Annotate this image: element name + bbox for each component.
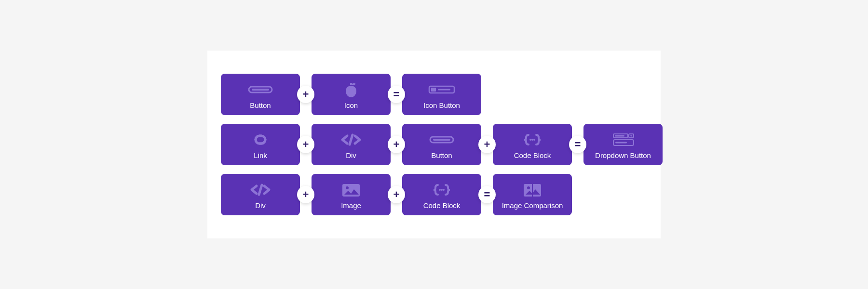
icon-icon	[334, 80, 368, 99]
card-button: Button	[221, 74, 300, 115]
button-icon	[425, 130, 459, 149]
card-dropdown-button: Dropdown Button	[583, 124, 663, 165]
card-label: Image	[341, 201, 361, 210]
image-icon	[334, 180, 368, 199]
card-code-block: Code Block	[493, 124, 572, 165]
card-label: Image Comparison	[502, 201, 563, 210]
card-div: Div	[221, 174, 300, 215]
card-label: Button	[431, 151, 452, 159]
card-label: Dropdown Button	[595, 151, 651, 159]
plus-operator: +	[297, 136, 314, 153]
button-icon	[244, 80, 277, 99]
equation-row: Button+Icon=Icon Button	[221, 74, 647, 115]
card-label: Div	[255, 201, 266, 210]
card-button: Button	[402, 124, 481, 165]
code-block-icon	[515, 130, 549, 149]
image-comparison-icon	[515, 180, 549, 199]
card-label: Code Block	[514, 151, 551, 159]
card-image-comparison: Image Comparison	[493, 174, 572, 215]
div-icon	[244, 180, 277, 199]
equation-row: Link+Div+Button+Code Block=Dropdown Butt…	[221, 124, 647, 165]
card-label: Button	[250, 101, 271, 109]
plus-operator: +	[297, 86, 314, 103]
card-code-block: Code Block	[402, 174, 481, 215]
card-label: Icon	[344, 101, 358, 109]
card-icon-button: Icon Button	[402, 74, 481, 115]
link-icon	[244, 130, 277, 149]
plus-operator: +	[388, 136, 405, 153]
card-icon: Icon	[312, 74, 391, 115]
plus-operator: +	[297, 186, 314, 203]
card-label: Link	[254, 151, 267, 159]
equals-operator: =	[569, 136, 586, 153]
equals-operator: =	[388, 86, 405, 103]
dropdown-button-icon	[606, 130, 640, 149]
equals-operator: =	[478, 186, 496, 203]
card-label: Div	[346, 151, 356, 159]
code-block-icon	[425, 180, 459, 199]
card-image: Image	[312, 174, 391, 215]
card-label: Icon Button	[423, 101, 460, 109]
card-div: Div	[312, 124, 391, 165]
card-link: Link	[221, 124, 300, 165]
diagram-panel: Button+Icon=Icon ButtonLink+Div+Button+C…	[207, 51, 661, 238]
equation-row: Div+Image+Code Block=Image Comparison	[221, 174, 647, 215]
plus-operator: +	[478, 136, 496, 153]
div-icon	[334, 130, 368, 149]
card-label: Code Block	[423, 201, 461, 210]
icon-button-icon	[425, 80, 459, 99]
plus-operator: +	[388, 186, 405, 203]
